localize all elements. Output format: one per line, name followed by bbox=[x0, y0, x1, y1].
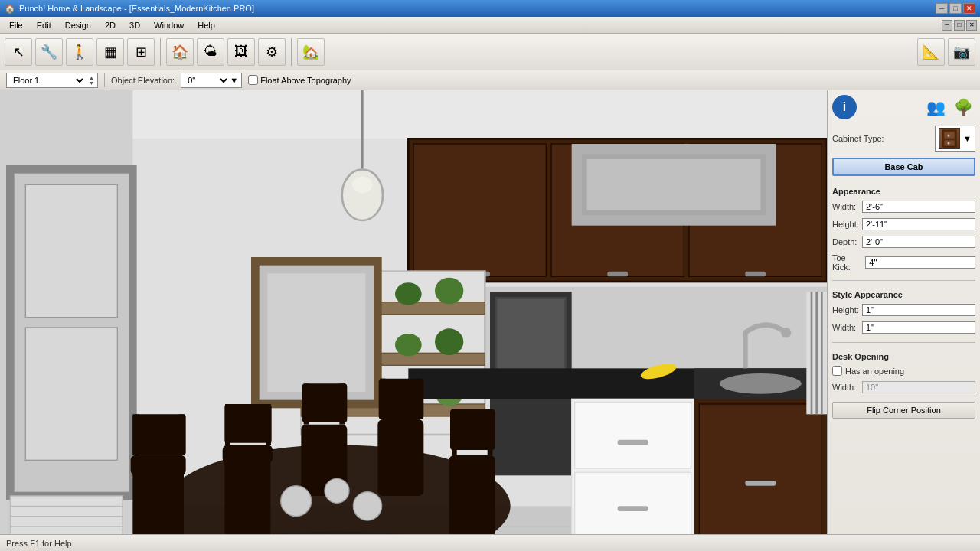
floor-select-container[interactable]: Floor 1 ▲ ▼ bbox=[6, 73, 98, 88]
svg-point-111 bbox=[948, 135, 950, 137]
cabinet-type-dropdown[interactable]: ▼ bbox=[935, 126, 975, 152]
status-bar: Press F1 for Help bbox=[0, 534, 980, 551]
right-panel: i 👥 🌳 Cabinet Type: bbox=[827, 90, 980, 534]
cabinet-dropdown-arrow[interactable]: ▼ bbox=[963, 134, 972, 143]
height-row: Height: bbox=[832, 218, 975, 230]
floor-down-arrow[interactable]: ▼ bbox=[89, 80, 94, 86]
menu-2d[interactable]: 2D bbox=[99, 19, 122, 31]
svg-rect-96 bbox=[377, 419, 423, 496]
svg-rect-37 bbox=[587, 159, 761, 210]
menu-bar-right-controls[interactable]: ─ □ ✕ bbox=[942, 20, 977, 31]
depth-input[interactable] bbox=[862, 236, 975, 248]
minimize-button[interactable]: ─ bbox=[936, 3, 948, 14]
trees-button[interactable]: 🌳 bbox=[951, 95, 975, 119]
landscape-button[interactable]: 🖼 bbox=[227, 38, 255, 66]
cabinet-type-label: Cabinet Type: bbox=[832, 134, 884, 143]
has-opening-checkbox[interactable] bbox=[832, 366, 842, 376]
house-button[interactable]: 🏠 bbox=[166, 38, 194, 66]
svg-rect-72 bbox=[745, 481, 776, 486]
cabinet-type-row: Cabinet Type: ▼ bbox=[832, 126, 975, 152]
menu-help[interactable]: Help bbox=[191, 19, 221, 31]
landscape-icon: 🖼 bbox=[234, 44, 248, 60]
trees-icon: 🌳 bbox=[954, 98, 973, 116]
desk-width-row: Width: bbox=[832, 381, 975, 393]
menu-edit[interactable]: Edit bbox=[31, 19, 57, 31]
close-button[interactable]: ✕ bbox=[963, 3, 975, 14]
style-width-input[interactable] bbox=[862, 321, 975, 334]
svg-rect-21 bbox=[10, 496, 122, 534]
divider-1 bbox=[832, 280, 975, 281]
menu-file[interactable]: File bbox=[3, 19, 29, 31]
svg-point-46 bbox=[435, 278, 463, 305]
maximize-button[interactable]: □ bbox=[949, 3, 962, 14]
svg-rect-67 bbox=[575, 472, 691, 534]
svg-point-75 bbox=[781, 328, 791, 337]
settings-icon: ⚙ bbox=[266, 44, 278, 60]
svg-rect-71 bbox=[699, 404, 822, 534]
divider-2 bbox=[832, 342, 975, 343]
floor-select[interactable]: Floor 1 bbox=[10, 75, 86, 86]
toe-kick-row: Toe Kick: bbox=[832, 253, 975, 272]
depth-row: Depth: bbox=[832, 236, 975, 248]
menu-close-button[interactable]: ✕ bbox=[966, 20, 977, 31]
svg-point-104 bbox=[281, 486, 312, 517]
characters-icon: 👥 bbox=[926, 98, 946, 116]
person-tool-button[interactable]: 🚶 bbox=[66, 38, 93, 66]
select-tool-button[interactable]: ↖ bbox=[5, 38, 32, 66]
floor-arrows[interactable]: ▲ ▼ bbox=[89, 75, 94, 86]
toe-kick-input[interactable] bbox=[865, 256, 975, 269]
settings-button[interactable]: ⚙ bbox=[258, 38, 286, 66]
svg-rect-99 bbox=[379, 379, 424, 419]
viewport[interactable] bbox=[0, 90, 827, 534]
walls-tool-button[interactable]: ▦ bbox=[96, 38, 124, 66]
base-cab-button[interactable]: Base Cab bbox=[832, 158, 975, 176]
characters-button[interactable]: 👥 bbox=[923, 95, 948, 119]
menu-minimize-button[interactable]: ─ bbox=[942, 20, 952, 31]
title-bar-controls[interactable]: ─ □ ✕ bbox=[936, 3, 975, 14]
desk-width-label: Width: bbox=[832, 383, 856, 392]
svg-rect-69 bbox=[618, 506, 648, 511]
sun-button[interactable]: 🌤 bbox=[197, 38, 224, 66]
desk-width-input[interactable] bbox=[862, 381, 975, 393]
menu-design[interactable]: Design bbox=[59, 19, 97, 31]
float-checkbox[interactable] bbox=[248, 75, 258, 85]
float-check-container[interactable]: Float Above Topography bbox=[248, 75, 351, 85]
house-icon: 🏠 bbox=[172, 44, 188, 60]
floor-bar: Floor 1 ▲ ▼ Object Elevation: 0" ▼ Float… bbox=[0, 70, 980, 90]
info-icon: i bbox=[843, 100, 846, 114]
style-height-input[interactable] bbox=[862, 304, 975, 316]
floor-plan-button[interactable]: ⊞ bbox=[127, 38, 155, 66]
cabin-icon: 🏡 bbox=[302, 44, 319, 60]
height-input[interactable] bbox=[862, 218, 975, 230]
depth-label: Depth: bbox=[832, 237, 857, 246]
main-area: i 👥 🌳 Cabinet Type: bbox=[0, 90, 980, 534]
svg-rect-91 bbox=[224, 404, 271, 443]
menu-3d[interactable]: 3D bbox=[123, 19, 146, 31]
elevation-dropdown-icon[interactable]: ▼ bbox=[230, 76, 238, 85]
cabinet-icon bbox=[939, 128, 960, 149]
flip-corner-button[interactable]: Flip Corner Position bbox=[832, 402, 975, 419]
menu-window[interactable]: Window bbox=[148, 19, 190, 31]
camera-button[interactable]: 📷 bbox=[948, 38, 975, 66]
style-height-row: Height: bbox=[832, 304, 975, 316]
floor-up-arrow[interactable]: ▲ bbox=[89, 75, 94, 80]
person-icon: 🚶 bbox=[71, 44, 88, 60]
width-input[interactable] bbox=[862, 201, 975, 213]
magic-wand-button[interactable]: 🔧 bbox=[35, 38, 63, 66]
svg-rect-103 bbox=[450, 409, 495, 450]
blueprint-button[interactable]: 📐 bbox=[917, 38, 945, 66]
cabin-button[interactable]: 🏡 bbox=[297, 38, 325, 66]
toe-kick-label: Toe Kick: bbox=[832, 253, 865, 272]
style-height-label: Height: bbox=[832, 305, 859, 315]
camera-icon: 📷 bbox=[953, 44, 970, 60]
menu-restore-button[interactable]: □ bbox=[954, 20, 965, 31]
title-bar-left: 🏠 Punch! Home & Landscape - [Essentials_… bbox=[5, 4, 254, 14]
magic-wand-icon: 🔧 bbox=[41, 44, 57, 60]
svg-rect-62 bbox=[497, 299, 564, 377]
floor-bar-divider bbox=[104, 73, 105, 87]
svg-rect-95 bbox=[302, 383, 348, 422]
elevation-select[interactable]: 0" bbox=[185, 75, 230, 86]
elevation-select-container[interactable]: 0" ▼ bbox=[181, 73, 242, 88]
info-button[interactable]: i bbox=[832, 95, 857, 119]
svg-point-59 bbox=[352, 177, 373, 193]
